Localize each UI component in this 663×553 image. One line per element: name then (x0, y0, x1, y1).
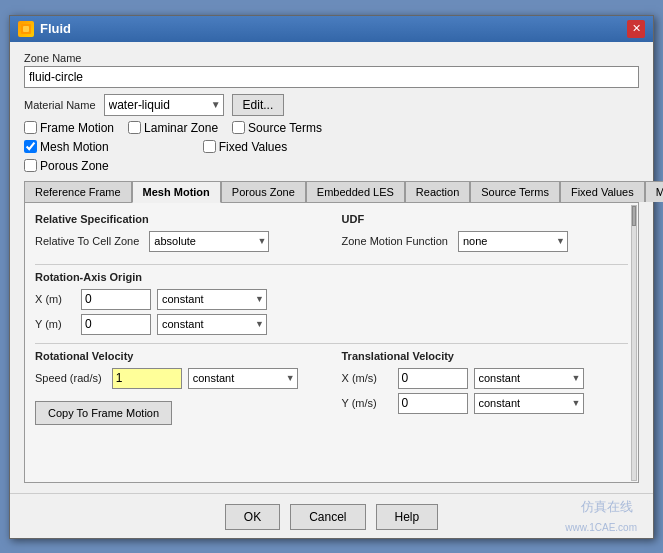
tab-panel-wrapper: Relative Specification Relative To Cell … (24, 203, 639, 483)
panel-scrollbar-thumb[interactable] (632, 206, 636, 226)
rotation-axis-section: Rotation-Axis Origin X (m) constant ▼ Y … (35, 264, 628, 335)
bottom-bar: OK Cancel Help 仿真在线 www.1CAE.com (10, 493, 653, 538)
fixed-values-label: Fixed Values (219, 140, 287, 154)
trans-y-group: Y (m/s) constant ▼ (342, 393, 629, 414)
help-button[interactable]: Help (376, 504, 439, 530)
fluid-dialog: Fluid ✕ Zone Name Material Name water-li… (9, 15, 654, 539)
tab-mesh-motion[interactable]: Mesh Motion (132, 181, 221, 203)
source-terms-label: Source Terms (248, 121, 322, 135)
relative-to-cell-zone-group: Relative To Cell Zone absolute relative … (35, 231, 322, 252)
zone-motion-function-group: Zone Motion Function none ▼ (342, 231, 629, 252)
close-button[interactable]: ✕ (627, 20, 645, 38)
mesh-motion-checkbox[interactable] (24, 140, 37, 153)
velocity-section: Rotational Velocity Speed (rad/s) consta… (35, 343, 628, 425)
frame-motion-checkbox-item[interactable]: Frame Motion (24, 121, 114, 135)
edit-material-button[interactable]: Edit... (232, 94, 285, 116)
source-terms-checkbox-item[interactable]: Source Terms (232, 121, 322, 135)
trans-x-label: X (m/s) (342, 372, 392, 384)
translational-velocity-title: Translational Velocity (342, 350, 629, 362)
laminar-zone-checkbox-item[interactable]: Laminar Zone (128, 121, 218, 135)
source-terms-checkbox[interactable] (232, 121, 245, 134)
tab-reference-frame[interactable]: Reference Frame (24, 181, 132, 202)
material-dropdown-wrapper: water-liquid ▼ (104, 94, 224, 116)
rotation-x-label: X (m) (35, 293, 75, 305)
watermark-1: 仿真在线 (581, 498, 633, 516)
fixed-values-checkbox-item[interactable]: Fixed Values (203, 140, 287, 154)
mesh-motion-panel: Relative Specification Relative To Cell … (24, 203, 639, 483)
porous-zone-checkbox[interactable] (24, 159, 37, 172)
trans-x-method-dropdown[interactable]: constant (474, 368, 584, 389)
relative-spec-section: Relative Specification Relative To Cell … (35, 213, 322, 256)
laminar-zone-checkbox[interactable] (128, 121, 141, 134)
laminar-zone-label: Laminar Zone (144, 121, 218, 135)
trans-y-input[interactable] (398, 393, 468, 414)
tabs: Reference Frame Mesh Motion Porous Zone … (24, 181, 639, 202)
mesh-motion-label: Mesh Motion (40, 140, 109, 154)
mesh-motion-checkbox-item[interactable]: Mesh Motion (24, 140, 109, 154)
udf-dropdown[interactable]: none (458, 231, 568, 252)
trans-x-group: X (m/s) constant ▼ (342, 368, 629, 389)
rotation-y-group: Y (m) constant ▼ (35, 314, 628, 335)
tab-embedded-les[interactable]: Embedded LES (306, 181, 405, 202)
udf-section: UDF Zone Motion Function none ▼ (342, 213, 629, 256)
speed-label: Speed (rad/s) (35, 372, 102, 384)
speed-method-wrap: constant ▼ (188, 368, 298, 389)
panel-top-row: Relative Specification Relative To Cell … (35, 213, 628, 256)
rotational-velocity-title: Rotational Velocity (35, 350, 322, 362)
relative-spec-dropdown[interactable]: absolute relative (149, 231, 269, 252)
rotational-velocity-section: Rotational Velocity Speed (rad/s) consta… (35, 350, 322, 425)
trans-x-method-wrap: constant ▼ (474, 368, 584, 389)
rotation-x-input[interactable] (81, 289, 151, 310)
material-dropdown[interactable]: water-liquid (104, 94, 224, 116)
frame-motion-label: Frame Motion (40, 121, 114, 135)
rotation-axis-title: Rotation-Axis Origin (35, 271, 628, 283)
translational-velocity-section: Translational Velocity X (m/s) constant … (342, 350, 629, 425)
rotation-x-method-dropdown[interactable]: constant (157, 289, 267, 310)
app-icon (18, 21, 34, 37)
copy-to-frame-button[interactable]: Copy To Frame Motion (35, 401, 172, 425)
rotation-x-method-wrap: constant ▼ (157, 289, 267, 310)
cancel-button[interactable]: Cancel (290, 504, 365, 530)
trans-y-method-wrap: constant ▼ (474, 393, 584, 414)
zone-motion-function-label: Zone Motion Function (342, 235, 448, 247)
trans-y-label: Y (m/s) (342, 397, 392, 409)
trans-y-method-dropdown[interactable]: constant (474, 393, 584, 414)
svg-rect-1 (23, 26, 29, 32)
relative-to-cell-zone-label: Relative To Cell Zone (35, 235, 139, 247)
frame-motion-checkbox[interactable] (24, 121, 37, 134)
window-title: Fluid (40, 21, 71, 36)
tab-fixed-values[interactable]: Fixed Values (560, 181, 645, 202)
titlebar: Fluid ✕ (10, 16, 653, 42)
rotation-y-label: Y (m) (35, 318, 75, 330)
trans-x-input[interactable] (398, 368, 468, 389)
watermark-2: www.1CAE.com (565, 522, 637, 533)
zone-name-input[interactable] (24, 66, 639, 88)
rotation-y-method-wrap: constant ▼ (157, 314, 267, 335)
zone-name-label: Zone Name (24, 52, 639, 64)
rotation-y-method-dropdown[interactable]: constant (157, 314, 267, 335)
relative-spec-dropdown-wrap: absolute relative ▼ (149, 231, 269, 252)
tab-multiphase[interactable]: Multiphase (645, 181, 663, 202)
tab-source-terms[interactable]: Source Terms (470, 181, 560, 202)
ok-button[interactable]: OK (225, 504, 280, 530)
tab-porous-zone[interactable]: Porous Zone (221, 181, 306, 202)
main-content: Zone Name Material Name water-liquid ▼ E… (10, 42, 653, 493)
fixed-values-checkbox[interactable] (203, 140, 216, 153)
speed-input[interactable] (112, 368, 182, 389)
panel-scrollbar[interactable] (631, 205, 637, 481)
relative-spec-title: Relative Specification (35, 213, 322, 225)
speed-method-dropdown[interactable]: constant (188, 368, 298, 389)
porous-zone-checkbox-item[interactable]: Porous Zone (24, 159, 109, 173)
tabs-container: Reference Frame Mesh Motion Porous Zone … (24, 181, 639, 203)
material-name-label: Material Name (24, 99, 96, 111)
udf-title: UDF (342, 213, 629, 225)
rotation-y-input[interactable] (81, 314, 151, 335)
porous-zone-label: Porous Zone (40, 159, 109, 173)
rotation-x-group: X (m) constant ▼ (35, 289, 628, 310)
speed-group: Speed (rad/s) constant ▼ (35, 368, 322, 389)
checkbox-row-1: Frame Motion Laminar Zone Source Terms (24, 121, 639, 135)
tab-reaction[interactable]: Reaction (405, 181, 470, 202)
material-row: Material Name water-liquid ▼ Edit... (24, 94, 639, 116)
checkbox-row-3: Porous Zone (24, 159, 639, 173)
udf-dropdown-wrap: none ▼ (458, 231, 568, 252)
